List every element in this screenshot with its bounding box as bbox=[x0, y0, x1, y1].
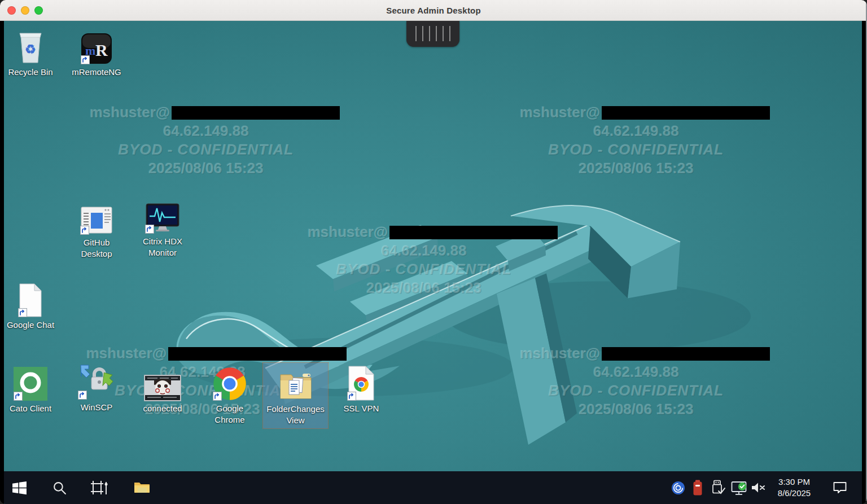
shortcut-arrow-icon bbox=[78, 391, 87, 400]
tray-battery-button[interactable] bbox=[689, 475, 706, 500]
icon-label: mRemoteNG bbox=[72, 67, 121, 78]
icon-label: WinSCP bbox=[81, 402, 113, 413]
svg-text:♻: ♻ bbox=[25, 42, 36, 56]
desktop-icon-citrix-hdx-monitor[interactable]: Citrix HDX Monitor bbox=[138, 197, 187, 258]
tray-usb-button[interactable] bbox=[710, 475, 728, 500]
zoom-button[interactable] bbox=[34, 6, 43, 15]
desktop-wallpaper[interactable]: mshuster@ 64.62.149.88 BYOD - CONFIDENTI… bbox=[4, 21, 862, 504]
desktop-icon-ssl-vpn[interactable]: SSL VPN bbox=[337, 364, 386, 414]
shortcut-arrow-icon bbox=[80, 226, 89, 235]
icon-label: Citrix HDX Monitor bbox=[138, 236, 187, 258]
taskbar-clock[interactable]: 3:30 PM 8/6/2025 bbox=[767, 476, 821, 499]
watermark-top-right: mshuster@ 64.62.149.88 BYOD - CONFIDENTI… bbox=[520, 103, 752, 178]
desktop-icon-connected[interactable]: connected bbox=[138, 364, 187, 414]
recycle-bin-icon: ♻ bbox=[15, 28, 46, 65]
redaction-bar bbox=[602, 347, 770, 361]
icon-label: Google Chrome bbox=[205, 403, 254, 426]
minimize-button[interactable] bbox=[21, 6, 29, 15]
secure-admin-desktop-window: Secure Admin Desktop bbox=[0, 0, 867, 504]
desktop-icon-recycle-bin[interactable]: ♻ Recycle Bin bbox=[6, 28, 55, 78]
redaction-bar bbox=[172, 106, 340, 120]
file-explorer-button[interactable] bbox=[129, 475, 154, 500]
folderchangesview-icon bbox=[278, 365, 314, 402]
google-chat-icon bbox=[17, 281, 43, 318]
desktop-icon-google-chat[interactable]: Google Chat bbox=[6, 281, 55, 331]
volume-muted-icon bbox=[751, 481, 767, 494]
monitor-status-ok-icon bbox=[731, 480, 748, 496]
clock-date: 8/6/2025 bbox=[767, 488, 821, 499]
icon-label: connected bbox=[143, 403, 182, 414]
file-explorer-icon bbox=[134, 481, 150, 494]
shortcut-arrow-icon bbox=[14, 392, 23, 401]
shortcut-arrow-icon bbox=[347, 392, 356, 401]
usb-safely-remove-icon bbox=[711, 480, 726, 496]
desktop-icon-winscp[interactable]: WinSCP bbox=[72, 363, 121, 413]
watermark-center: mshuster@ 64.62.149.88 BYOD - CONFIDENTI… bbox=[308, 223, 540, 297]
notification-icon bbox=[833, 481, 847, 494]
winscp-icon bbox=[77, 363, 116, 400]
mac-titlebar: Secure Admin Desktop bbox=[0, 0, 867, 21]
windows-logo-icon bbox=[12, 480, 27, 496]
mremoteng-icon: m R bbox=[80, 28, 113, 65]
ssl-vpn-icon bbox=[347, 364, 376, 401]
shortcut-arrow-icon bbox=[213, 392, 222, 401]
desktop-icon-mremoteng[interactable]: m R mRemoteNG bbox=[72, 28, 121, 78]
shortcut-arrow-icon bbox=[18, 308, 27, 317]
tray-cato-button[interactable] bbox=[669, 475, 686, 500]
start-button[interactable] bbox=[7, 475, 32, 500]
close-button[interactable] bbox=[7, 6, 16, 15]
cato-tray-icon bbox=[671, 481, 685, 495]
redaction-bar bbox=[389, 226, 558, 239]
desktop-icon-cato-client[interactable]: Cato Client bbox=[6, 364, 55, 414]
svg-text:R: R bbox=[95, 41, 108, 59]
watermark-top-left: mshuster@ 64.62.149.88 BYOD - CONFIDENTI… bbox=[90, 103, 322, 178]
icon-label: FolderChangesView bbox=[264, 404, 327, 426]
redaction-bar bbox=[602, 106, 770, 120]
icon-label: Google Chat bbox=[7, 319, 54, 331]
connected-image-thumbnail bbox=[144, 364, 181, 401]
github-desktop-icon bbox=[80, 198, 113, 235]
icon-label: GitHub Desktop bbox=[72, 237, 121, 260]
tray-volume-button[interactable] bbox=[749, 475, 768, 500]
citrix-hdx-monitor-icon bbox=[144, 197, 181, 234]
icon-label: Recycle Bin bbox=[8, 67, 52, 78]
taskbar: 3:30 PM 8/6/2025 bbox=[4, 471, 862, 504]
desktop-icon-github-desktop[interactable]: GitHub Desktop bbox=[72, 198, 121, 260]
task-view-button[interactable] bbox=[86, 475, 111, 500]
icon-label: SSL VPN bbox=[344, 403, 379, 414]
grille-handle[interactable] bbox=[406, 21, 459, 47]
shortcut-arrow-icon bbox=[145, 225, 154, 234]
desktop-icon-folderchangesview[interactable]: FolderChangesView bbox=[263, 363, 328, 428]
action-center-button[interactable] bbox=[827, 475, 852, 500]
battery-alert-icon bbox=[693, 480, 703, 496]
remote-desktop: mshuster@ 64.62.149.88 BYOD - CONFIDENTI… bbox=[0, 21, 867, 504]
task-view-icon bbox=[90, 479, 108, 496]
search-button[interactable] bbox=[47, 475, 72, 500]
google-chrome-icon bbox=[212, 364, 247, 401]
icon-label: Cato Client bbox=[10, 403, 51, 414]
redaction-bar bbox=[168, 347, 347, 361]
tray-display-status-button[interactable] bbox=[730, 475, 749, 500]
watermark-bottom-right: mshuster@ 64.62.149.88 BYOD - CONFIDENTI… bbox=[520, 344, 752, 419]
clock-time: 3:30 PM bbox=[767, 476, 821, 488]
window-title: Secure Admin Desktop bbox=[386, 6, 481, 15]
shortcut-arrow-icon bbox=[81, 55, 90, 64]
traffic-lights bbox=[7, 0, 43, 20]
desktop-icon-google-chrome[interactable]: Google Chrome bbox=[205, 364, 254, 426]
cato-client-icon bbox=[13, 364, 48, 401]
search-icon bbox=[52, 481, 67, 495]
